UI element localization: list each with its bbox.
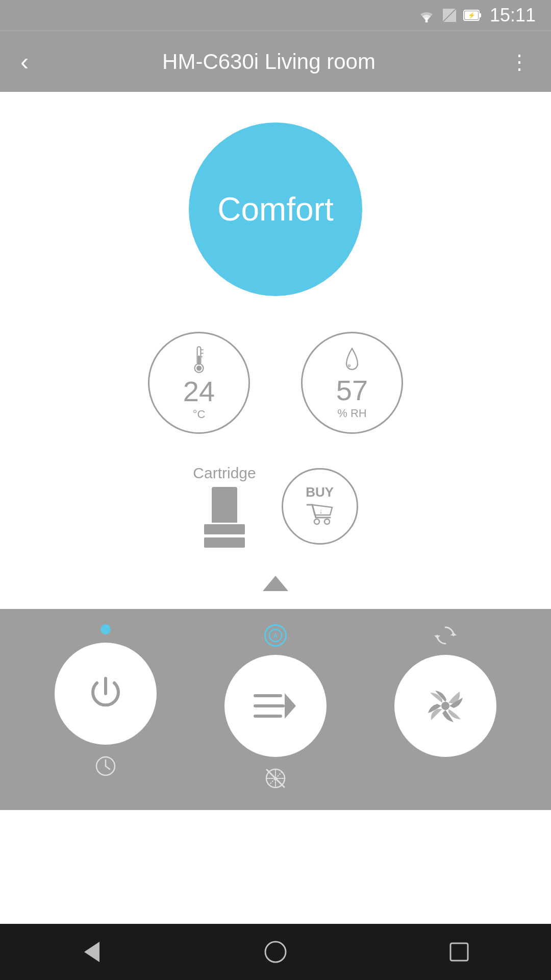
svg-text:↓: ↓ (319, 507, 322, 515)
svg-point-1 (425, 20, 428, 23)
more-menu-button[interactable]: ⋮ (504, 45, 536, 79)
power-icon (83, 671, 129, 717)
main-content: Comfort 24 °C 57 % RH (0, 92, 551, 609)
humidity-unit: % RH (337, 407, 366, 420)
nofrost-sub-icon (264, 767, 287, 790)
svg-rect-5 (479, 13, 481, 17)
svg-marker-19 (263, 576, 288, 591)
svg-line-22 (106, 766, 110, 769)
cartridge-container: Cartridge (193, 464, 256, 548)
cartridge-top (212, 487, 237, 523)
temperature-value: 24 (183, 377, 215, 406)
power-indicator (101, 624, 111, 634)
humidity-icon (342, 346, 362, 374)
nav-home-button[interactable] (255, 932, 296, 972)
expand-arrow[interactable] (260, 573, 291, 594)
svg-point-11 (196, 365, 202, 371)
nav-recent-button[interactable] (439, 932, 480, 972)
thermometer-icon (189, 345, 209, 375)
svg-point-16 (314, 519, 319, 524)
cartridge-label: Cartridge (193, 464, 256, 482)
status-time: 15:11 (490, 5, 536, 26)
svg-text:A: A (273, 632, 278, 640)
comfort-label: Comfort (217, 190, 334, 228)
expand-up-icon (260, 573, 291, 594)
cartridge-body (204, 524, 245, 534)
sync-indicator (434, 624, 457, 647)
svg-marker-35 (450, 632, 457, 635)
svg-text:⚡: ⚡ (467, 11, 475, 19)
svg-point-15 (348, 364, 350, 366)
svg-point-39 (265, 942, 286, 962)
svg-marker-28 (285, 693, 296, 719)
comfort-button[interactable]: Comfort (189, 122, 362, 296)
fan-button[interactable] (394, 655, 496, 757)
status-icons: ⚡ (417, 8, 482, 23)
app-bar-title: HM-C630i Living room (34, 50, 504, 74)
bottom-panel: A (0, 609, 551, 810)
fan-icon (420, 680, 471, 731)
temperature-sensor: 24 °C (148, 332, 250, 434)
humidity-sensor: 57 % RH (301, 332, 403, 434)
back-button[interactable]: ‹ (15, 44, 34, 79)
power-button[interactable] (55, 643, 157, 745)
sensors-row: 24 °C 57 % RH (148, 332, 403, 434)
temperature-unit: °C (193, 408, 206, 421)
app-bar: ‹ HM-C630i Living room ⋮ (0, 31, 551, 92)
svg-point-17 (324, 519, 330, 524)
nav-bar (0, 924, 551, 980)
mode-icon (250, 683, 301, 729)
svg-rect-40 (450, 943, 468, 961)
timer-sub-icon (94, 755, 117, 777)
control-row: A (20, 624, 531, 790)
cartridge-icon (204, 487, 245, 548)
fan-control (394, 624, 496, 757)
buy-label: BUY (306, 484, 334, 500)
mode-control: A (224, 624, 327, 790)
battery-icon: ⚡ (463, 8, 482, 22)
svg-marker-36 (434, 635, 440, 639)
wifi-icon (417, 8, 436, 22)
status-bar: ⚡ 15:11 (0, 0, 551, 31)
power-control (55, 624, 157, 777)
svg-marker-38 (84, 942, 99, 962)
humidity-value: 57 (336, 376, 368, 405)
auto-indicator: A (264, 624, 287, 647)
mode-button[interactable] (224, 655, 327, 757)
buy-cart-icon: ↓ (305, 502, 335, 528)
svg-point-37 (441, 702, 449, 710)
cartridge-base (204, 537, 245, 548)
signal-icon (442, 8, 457, 23)
buy-button[interactable]: BUY ↓ (282, 468, 358, 545)
nav-back-button[interactable] (71, 932, 112, 972)
cartridge-section: Cartridge BUY ↓ (193, 464, 358, 548)
svg-rect-9 (198, 355, 200, 364)
